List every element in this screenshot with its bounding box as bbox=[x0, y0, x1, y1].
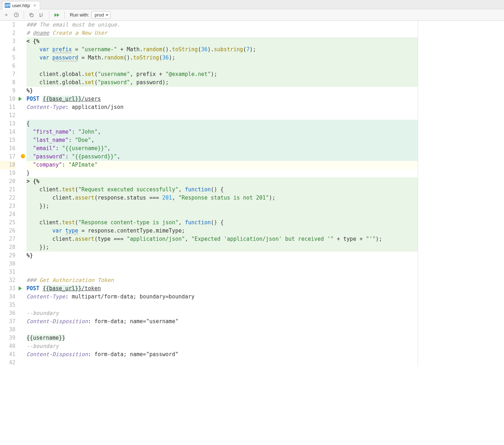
line-number: 26 bbox=[0, 227, 15, 235]
code-line[interactable]: "last_name": "Doe", bbox=[26, 136, 418, 144]
code-line[interactable]: Content-Type: multipart/form-data; bound… bbox=[26, 293, 418, 301]
code-line[interactable]: Content-Disposition: form-data; name="us… bbox=[26, 317, 418, 326]
code-line[interactable] bbox=[26, 62, 418, 70]
code-line[interactable]: client.assert(type === "application/json… bbox=[26, 235, 418, 243]
line-number: 37 bbox=[0, 317, 15, 326]
line-number: 13 bbox=[0, 120, 15, 128]
code-line[interactable]: }); bbox=[26, 243, 418, 252]
code-line[interactable]: --boundary bbox=[26, 309, 418, 317]
code-line[interactable] bbox=[26, 301, 418, 309]
line-number: 24 bbox=[0, 210, 15, 219]
line-number: 4 bbox=[0, 46, 15, 54]
svg-rect-1 bbox=[31, 14, 33, 16]
code-line[interactable]: ### The email must be unique. bbox=[26, 21, 418, 29]
run-request-icon[interactable] bbox=[19, 286, 22, 291]
tab-filename: user.http bbox=[12, 3, 30, 8]
line-number: 40 bbox=[0, 342, 15, 350]
line-number: 39 bbox=[0, 334, 15, 342]
line-number: 6 bbox=[0, 62, 15, 70]
code-line[interactable]: Content-Type: application/json bbox=[26, 103, 418, 111]
line-number: 16 bbox=[0, 144, 15, 153]
code-line[interactable]: {{username}} bbox=[26, 334, 418, 342]
line-number: 17 bbox=[0, 153, 15, 161]
code-line[interactable]: Content-Disposition: form-data; name="pa… bbox=[26, 350, 418, 359]
code-line[interactable]: > {% bbox=[26, 177, 418, 186]
run-request-icon[interactable] bbox=[19, 97, 22, 101]
line-number: 21 bbox=[0, 186, 15, 194]
code-line[interactable]: client.test("Request executed successful… bbox=[26, 186, 418, 194]
line-number: 15 bbox=[0, 136, 15, 144]
code-line[interactable]: }); bbox=[26, 202, 418, 210]
code-line[interactable]: # @name Create a New User bbox=[26, 29, 418, 37]
code-line[interactable]: POST {{base_url}}/token bbox=[26, 284, 418, 293]
line-number: 12 bbox=[0, 111, 15, 120]
code-line[interactable] bbox=[26, 326, 418, 334]
run-gutter bbox=[18, 21, 24, 367]
code-line[interactable]: --boundary bbox=[26, 342, 418, 350]
code-line[interactable] bbox=[26, 260, 418, 268]
code-line[interactable]: var prefix = "username-" + Math.random()… bbox=[26, 46, 418, 54]
convert-icon[interactable] bbox=[38, 11, 45, 19]
environment-selected: prod bbox=[94, 12, 104, 18]
code-line[interactable]: var type = response.contentType.mimeType… bbox=[26, 227, 418, 235]
line-number: 5 bbox=[0, 54, 15, 62]
code-line[interactable]: POST {{base_url}}/users bbox=[26, 95, 418, 103]
run-all-icon[interactable] bbox=[53, 11, 61, 19]
line-number: 30 bbox=[0, 260, 15, 268]
line-number: 23 bbox=[0, 202, 15, 210]
add-icon[interactable]: ＋ bbox=[2, 11, 10, 19]
code-area[interactable]: Pre-request script Response handler scri… bbox=[24, 21, 418, 367]
tab-bar: API user.http × bbox=[0, 0, 504, 9]
toolbar: ＋ Run with: prod bbox=[0, 9, 504, 21]
line-number: 29 bbox=[0, 252, 15, 260]
line-number: 38 bbox=[0, 326, 15, 334]
line-number: 3 bbox=[0, 37, 15, 46]
close-icon[interactable]: × bbox=[33, 3, 36, 8]
code-line[interactable]: "company": "APImate" bbox=[26, 161, 418, 169]
code-line[interactable] bbox=[26, 210, 418, 219]
environment-dropdown[interactable]: prod bbox=[91, 11, 111, 19]
code-line[interactable]: "email": "{{username}}", bbox=[26, 144, 418, 153]
line-number: 18 bbox=[0, 161, 15, 169]
line-number: 28 bbox=[0, 243, 15, 252]
copy-icon[interactable] bbox=[28, 11, 35, 19]
line-number: 32 bbox=[0, 276, 15, 284]
line-number: 20 bbox=[0, 177, 15, 186]
code-line[interactable] bbox=[26, 268, 418, 276]
line-number: 9 bbox=[0, 87, 15, 95]
http-file-icon: API bbox=[5, 3, 10, 8]
line-number: 36 bbox=[0, 309, 15, 317]
code-line[interactable]: } bbox=[26, 169, 418, 177]
line-number: 1 bbox=[0, 21, 15, 29]
code-line[interactable]: %} bbox=[26, 252, 418, 260]
runwith-label: Run with: bbox=[70, 12, 89, 18]
code-line[interactable]: < {% bbox=[26, 37, 418, 46]
line-number: 2 bbox=[0, 29, 15, 37]
line-number: 31 bbox=[0, 268, 15, 276]
code-line[interactable] bbox=[26, 359, 418, 367]
code-line[interactable]: "first_name": "John", bbox=[26, 128, 418, 136]
line-number: 7 bbox=[0, 70, 15, 78]
history-icon[interactable] bbox=[12, 11, 20, 19]
bulb-icon[interactable] bbox=[21, 154, 25, 158]
line-number: 41 bbox=[0, 350, 15, 359]
line-number: 14 bbox=[0, 128, 15, 136]
code-line[interactable] bbox=[26, 111, 418, 120]
code-line[interactable]: client.global.set("password", password); bbox=[26, 78, 418, 87]
code-line[interactable]: client.global.set("username", prefix + "… bbox=[26, 70, 418, 78]
code-line[interactable]: { bbox=[26, 120, 418, 128]
code-line[interactable]: %} bbox=[26, 87, 418, 95]
code-line[interactable]: ### Get Authorization Token bbox=[26, 276, 418, 284]
code-line[interactable]: "password": "{{password}}", bbox=[26, 153, 418, 161]
code-line[interactable]: client.test("Response content-type is js… bbox=[26, 219, 418, 227]
code-line[interactable]: var password = Math.random().toString(36… bbox=[26, 54, 418, 62]
line-number: 27 bbox=[0, 235, 15, 243]
code-editor[interactable]: 1234567891011121314151617181920212223242… bbox=[0, 21, 504, 367]
file-tab[interactable]: API user.http × bbox=[2, 1, 40, 9]
line-number: 35 bbox=[0, 301, 15, 309]
line-number: 42 bbox=[0, 359, 15, 367]
line-number: 22 bbox=[0, 194, 15, 202]
line-number: 33 bbox=[0, 284, 15, 293]
code-line[interactable]: client.assert(response.status === 201, "… bbox=[26, 194, 418, 202]
line-number: 11 bbox=[0, 103, 15, 111]
